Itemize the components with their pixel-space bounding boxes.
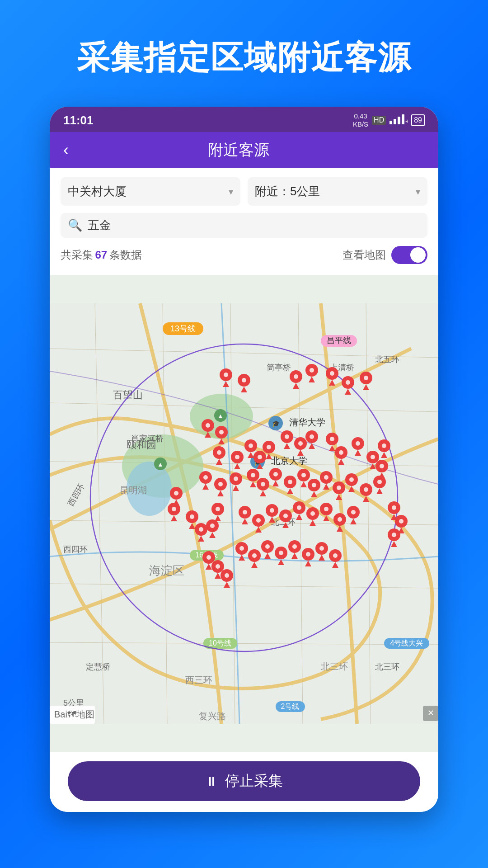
svg-rect-2 xyxy=(398,117,400,124)
status-bar: 11:01 0.43 KB/S HD + 89 xyxy=(50,107,438,132)
svg-point-116 xyxy=(339,450,343,455)
svg-text:定慧桥: 定慧桥 xyxy=(86,662,110,671)
svg-point-242 xyxy=(392,505,396,510)
svg-point-140 xyxy=(218,482,223,486)
svg-rect-3 xyxy=(402,114,404,124)
search-input[interactable] xyxy=(88,218,420,232)
svg-point-239 xyxy=(333,553,338,558)
svg-point-143 xyxy=(234,476,238,481)
svg-point-209 xyxy=(324,507,328,511)
nearby-select[interactable]: 附近：5公里 ▾ xyxy=(248,177,427,206)
map-area[interactable]: 13号线 昌平线 16号线 10号线 4号线大兴 2号线 百望山 颐和园 昆明湖… xyxy=(50,275,438,752)
svg-text:西三环: 西三环 xyxy=(185,675,212,685)
svg-point-230 xyxy=(292,544,297,549)
svg-point-92 xyxy=(235,455,239,459)
svg-rect-1 xyxy=(394,119,396,124)
controls-panel: 中关村大厦 ▾ 附近：5公里 ▾ 🔍 共采集 67 条数据 查看地图 xyxy=(50,168,438,275)
svg-point-197 xyxy=(270,508,274,513)
svg-text:13号线: 13号线 xyxy=(170,324,196,333)
svg-point-83 xyxy=(206,423,210,428)
location-select[interactable]: 中关村大厦 ▾ xyxy=(61,177,240,206)
stats-prefix: 共采集 xyxy=(61,249,93,261)
svg-point-77 xyxy=(346,380,350,385)
svg-text:昌平线: 昌平线 xyxy=(327,336,351,345)
svg-text:百望山: 百望山 xyxy=(113,389,143,401)
stats-count: 67 xyxy=(95,249,107,261)
svg-point-101 xyxy=(267,445,271,449)
back-button[interactable]: ‹ xyxy=(63,141,69,160)
svg-point-173 xyxy=(364,487,368,492)
svg-point-146 xyxy=(251,473,255,477)
svg-point-218 xyxy=(239,546,244,551)
svg-point-245 xyxy=(399,519,404,524)
stop-collect-button[interactable]: ⏸ 停止采集 xyxy=(68,761,420,801)
svg-point-170 xyxy=(349,477,354,482)
svg-point-122 xyxy=(371,455,375,459)
svg-text:海淀区: 海淀区 xyxy=(149,564,184,577)
svg-point-98 xyxy=(258,455,262,459)
search-box: 🔍 xyxy=(61,213,427,238)
svg-point-248 xyxy=(392,533,396,537)
svg-text:✕: ✕ xyxy=(427,708,434,717)
svg-text:4号线大兴: 4号线大兴 xyxy=(390,639,423,647)
svg-point-134 xyxy=(172,507,176,511)
svg-point-86 xyxy=(219,430,224,434)
stats-row: 共采集 67 条数据 查看地图 xyxy=(61,244,427,268)
svg-text:▲: ▲ xyxy=(217,412,224,420)
svg-point-158 xyxy=(301,473,306,477)
svg-text:昆明湖: 昆明湖 xyxy=(120,485,147,495)
svg-text:Bai🗺地图: Bai🗺地图 xyxy=(54,709,94,719)
network-icon: + xyxy=(389,114,408,127)
svg-point-152 xyxy=(273,472,278,476)
svg-point-113 xyxy=(330,437,334,441)
svg-point-104 xyxy=(285,434,289,439)
battery-icon: 89 xyxy=(411,114,425,126)
svg-point-89 xyxy=(217,450,221,455)
svg-text:清华大学: 清华大学 xyxy=(289,417,325,427)
svg-point-95 xyxy=(249,443,253,448)
svg-point-212 xyxy=(338,517,342,522)
svg-text:复兴路: 复兴路 xyxy=(199,711,226,721)
nearby-chevron: ▾ xyxy=(416,186,420,197)
nav-title: 附近客源 xyxy=(78,140,399,160)
svg-text:西四环: 西四环 xyxy=(63,545,88,554)
status-speed: 0.43 KB/S xyxy=(353,112,368,128)
svg-text:北三环: 北三环 xyxy=(375,662,399,671)
status-icons: 0.43 KB/S HD + 89 xyxy=(353,112,425,128)
map-toggle-label: 查看地图 xyxy=(343,248,386,262)
svg-point-182 xyxy=(190,514,194,519)
svg-point-110 xyxy=(310,434,314,439)
svg-point-107 xyxy=(298,441,303,446)
svg-point-188 xyxy=(210,524,215,528)
svg-point-161 xyxy=(312,483,316,487)
svg-point-251 xyxy=(206,555,211,560)
page-title: 采集指定区域附近客源 xyxy=(59,0,429,107)
svg-text:筒亭桥: 筒亭桥 xyxy=(267,363,291,372)
status-time: 11:01 xyxy=(63,113,94,127)
hd-badge: HD xyxy=(372,116,386,125)
svg-text:2号线: 2号线 xyxy=(281,703,300,710)
location-chevron: ▾ xyxy=(229,186,233,197)
svg-point-155 xyxy=(288,480,292,484)
svg-text:10号线: 10号线 xyxy=(209,639,231,647)
svg-text:+: + xyxy=(405,118,408,124)
svg-text:北京大学: 北京大学 xyxy=(271,456,307,466)
stats-suffix: 条数据 xyxy=(109,249,142,261)
svg-point-191 xyxy=(243,510,247,514)
svg-point-194 xyxy=(256,518,261,523)
svg-text:肖家河桥: 肖家河桥 xyxy=(131,434,164,443)
svg-point-164 xyxy=(324,475,328,480)
svg-text:▲: ▲ xyxy=(157,461,164,468)
svg-point-74 xyxy=(330,371,334,376)
svg-point-131 xyxy=(174,491,178,495)
svg-point-149 xyxy=(261,482,265,486)
svg-point-62 xyxy=(224,373,228,377)
nav-bar: ‹ 附近客源 xyxy=(50,132,438,168)
svg-point-68 xyxy=(294,374,298,379)
toggle-knob xyxy=(410,247,426,263)
svg-point-128 xyxy=(380,464,384,468)
stop-button-area: ⏸ 停止采集 xyxy=(50,752,438,812)
stop-label: 停止采集 xyxy=(225,771,283,791)
svg-point-71 xyxy=(310,368,314,373)
map-toggle-switch[interactable] xyxy=(391,246,427,264)
